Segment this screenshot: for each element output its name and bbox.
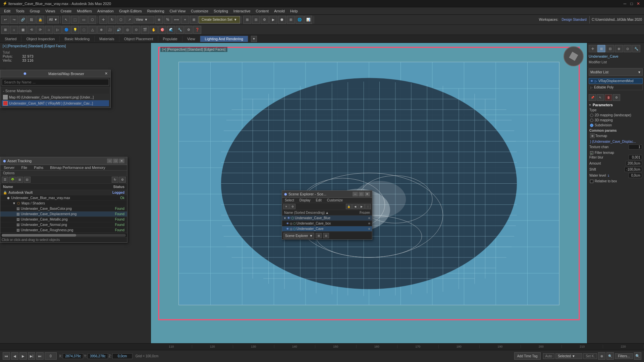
scene-menu-edit[interactable]: Edit (313, 198, 324, 203)
rect-select-btn[interactable]: ▭ (79, 16, 88, 24)
align-btn[interactable]: ⌖ (181, 16, 189, 24)
menu-interactive[interactable]: Interactive (231, 8, 253, 14)
menu-modifiers[interactable]: Modifiers (74, 8, 95, 14)
menu-civil-view[interactable]: Civil View (167, 8, 188, 14)
texmap-btn[interactable]: ⊞ (590, 133, 595, 138)
search-input[interactable] (2, 79, 109, 85)
asset-tb-tree[interactable]: 🌳 (9, 177, 16, 183)
mirror2-btn[interactable]: ⊞ (243, 16, 251, 24)
scale-btn[interactable]: ⬡ (117, 16, 125, 24)
scene-tb-prev[interactable]: ◀ (352, 204, 358, 209)
asset-menu-server[interactable]: Server (0, 165, 18, 170)
menu-arnold[interactable]: Arnold (271, 8, 287, 14)
frame-input[interactable]: 0 (45, 352, 57, 360)
modifier-editable-poly[interactable]: ▷ Editable Poly (589, 84, 643, 90)
scene-menu-customize[interactable]: Customize (324, 198, 345, 203)
scene-maximize-btn[interactable]: □ (359, 192, 364, 196)
asset-file-1[interactable]: 🖼 Underwater_Cave_BaseColor.png Found (0, 206, 127, 212)
create-selection-btn[interactable]: Create Selection Set ▼ (199, 16, 240, 23)
type-3d-radio[interactable] (590, 119, 593, 122)
scene-tb-filter[interactable]: ⚙ (289, 204, 296, 209)
prev-frame-btn[interactable]: ◀ (11, 352, 18, 360)
scene-tb-x[interactable]: ✕ (283, 204, 289, 209)
mod-config-btn[interactable]: ⚙ (613, 94, 620, 101)
asset-close-btn[interactable]: ✕ (119, 159, 124, 163)
scene-tb-lock[interactable]: 🔒 (346, 204, 352, 209)
scene-tb-next[interactable]: ▶ (359, 204, 365, 209)
layer-btn[interactable]: ⊞ (190, 16, 198, 24)
array-btn[interactable]: ⊟ (252, 16, 260, 24)
scene-menu-select[interactable]: Select (282, 198, 297, 203)
type-sub-row[interactable]: Subdivision (589, 123, 643, 127)
water-level-value[interactable]: 0,0cm (629, 173, 642, 178)
amount-value[interactable]: 200,0cm (626, 161, 642, 166)
mat-item-2[interactable]: Underwater_Cave_MAT ( VRayMtl ) [Underwa… (2, 100, 109, 106)
type-2d-row[interactable]: 2D mapping (landscape) (589, 113, 643, 117)
tb2-btn23[interactable]: ❓ (193, 26, 201, 34)
asset-menu-paths[interactable]: Paths (31, 165, 47, 170)
tab-lighting-rendering[interactable]: Lighting And Rendering (200, 36, 248, 42)
asset-scrollbar-thumb[interactable] (2, 234, 76, 237)
menu-scripting[interactable]: Scripting (211, 8, 231, 14)
close-btn[interactable]: ✕ (635, 1, 641, 6)
skip-start-btn[interactable]: ⏮ (3, 352, 10, 360)
tab-materials[interactable]: Materials (95, 36, 119, 42)
maximize-btn[interactable]: □ (629, 1, 635, 6)
asset-menu-bitmap[interactable]: Bitmap Performance and Memory (47, 165, 108, 170)
tab-basic-modeling[interactable]: Basic Modeling (60, 36, 95, 42)
play-btn[interactable]: ▶ (19, 352, 27, 360)
asset-maps-group[interactable]: ▼ ⬡ Maps / Shaders (0, 201, 127, 206)
mod-pin-btn[interactable]: 📌 (589, 94, 596, 101)
tb2-btn19[interactable]: 🎯 (158, 26, 166, 34)
tb2-btn21[interactable]: 🔧 (176, 26, 184, 34)
mirror-btn[interactable]: ⟺ (172, 16, 180, 24)
tab-view[interactable]: View (182, 36, 200, 42)
viewport[interactable]: [+] [Perspective] [Standard] [Edged Face… (151, 43, 587, 343)
modifier-vray-displacement[interactable]: 👁 ▷ VRayDisplacementMod (589, 78, 643, 84)
select-region-btn[interactable]: ⬚ (71, 16, 79, 24)
asset-tracking-titlebar[interactable]: ⬢ Asset Tracking ─ □ ✕ (0, 157, 127, 165)
tb2-btn3[interactable]: ▦ (19, 26, 27, 34)
menu-tools[interactable]: Tools (13, 8, 27, 14)
scene-explorer-titlebar[interactable]: ⬢ Scene Explorer - Sce... ─ □ ✕ (282, 191, 372, 198)
tb2-btn5[interactable]: ⟳ (36, 26, 44, 34)
filters-btn[interactable]: Filters... (615, 353, 633, 359)
nav-pan-btn[interactable]: ⊕ (598, 352, 605, 360)
scene-controls[interactable]: ─ □ ✕ (353, 192, 370, 196)
render-btn[interactable]: ▶ (269, 16, 277, 24)
add-time-tag-btn[interactable]: Add Time Tag (514, 352, 541, 360)
tab-object-inspection[interactable]: Object Inspection (21, 36, 60, 42)
tb2-btn2[interactable]: ⌂ (10, 26, 18, 34)
asset-file-4[interactable]: 🖼 Underwater_Cave_Normal.png Found (0, 222, 127, 228)
roo-btn[interactable]: ↗ (125, 16, 133, 24)
bind-btn[interactable]: 🔒 (36, 16, 44, 24)
filter-dropdown[interactable]: All ▼ (47, 16, 59, 23)
rotate-btn[interactable]: ↻ (108, 16, 116, 24)
tb2-btn17[interactable]: 🎬 (141, 26, 149, 34)
redo-btn[interactable]: ↪ (10, 16, 18, 24)
tab-object-placement[interactable]: Object Placement (119, 36, 158, 42)
next-frame-btn[interactable]: ▶| (28, 352, 35, 360)
asset-row-file[interactable]: ⬢ Underwater_Cave_Blue_max_vray.max Ok (0, 195, 127, 201)
undo-btn[interactable]: ↩ (1, 16, 9, 24)
scene-row-cave[interactable]: 👁 ◎ ⬡ Underwater_Cave ❄ (282, 226, 372, 232)
tb2-btn20[interactable]: 🌊 (167, 26, 175, 34)
asset-row-vault[interactable]: 🔒 Autodesk Vault Logged (0, 190, 127, 195)
tb2-btn7[interactable]: ▷ (54, 26, 62, 34)
tab-extra-btn[interactable]: ▼ (251, 36, 257, 42)
unlink-btn[interactable]: ⛓ (28, 16, 36, 24)
scene-row-cave-blue[interactable]: ▼ 👁 ⬡ Underwater_Cave_Blue ❄ (282, 216, 372, 221)
mat-browser-titlebar[interactable]: ⬢ Material/Map Browser ✕ (0, 70, 110, 77)
scene-row-box[interactable]: 👁 ◎ ⬡ Underwater_Cave_box ❄ (282, 221, 372, 226)
asset-file-5[interactable]: 🖼 Underwater_Cave_Roughness.png Found (0, 228, 127, 233)
scene-col-name-sort[interactable]: Name (Sorted Descending) ▲ (284, 211, 329, 215)
select-btn[interactable]: ↖ (62, 16, 70, 24)
rp-hierarchy-btn[interactable]: ⊟ (606, 45, 614, 52)
filter-blur-value[interactable]: 0,001 (629, 155, 642, 160)
track-view-btn[interactable]: 📊 (304, 16, 312, 24)
asset-scrollbar[interactable] (0, 233, 127, 237)
mat-browser-search[interactable] (0, 77, 110, 87)
tb2-btn11[interactable]: △ (89, 26, 97, 34)
shift-value[interactable]: -100,0cm (625, 167, 642, 172)
menu-animation[interactable]: Animation (95, 8, 116, 14)
